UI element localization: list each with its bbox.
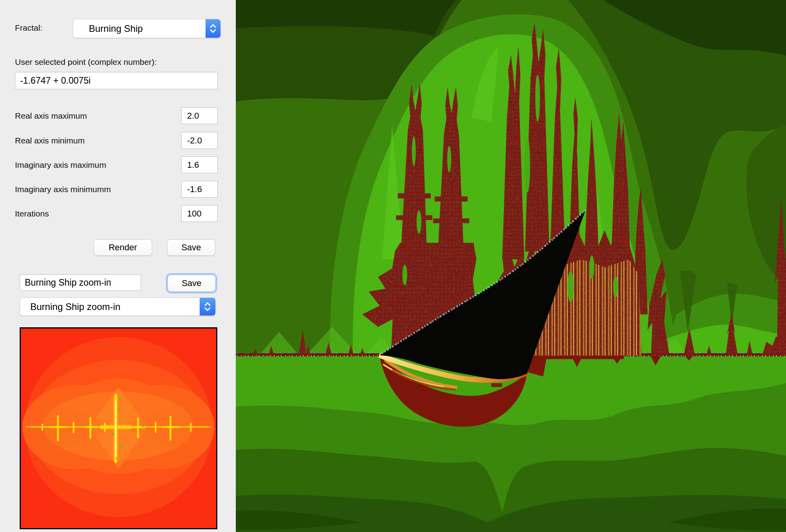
imag-max-input[interactable] [181, 156, 218, 173]
param-label-imag-max: Imaginary axis maximum [15, 160, 106, 170]
saved-render-thumbnail [20, 327, 217, 529]
real-min-input[interactable] [181, 132, 218, 149]
save-button[interactable]: Save [167, 239, 215, 256]
chevron-up-down-icon [200, 298, 215, 316]
param-label-imag-min: Imaginary axis minimumm [15, 185, 111, 194]
point-input[interactable] [15, 72, 218, 89]
iterations-input[interactable] [181, 205, 218, 222]
real-max-input[interactable] [181, 107, 218, 124]
imag-min-input[interactable] [181, 181, 218, 198]
fractal-label: Fractal: [15, 23, 42, 33]
point-label: User selected point (complex number): [15, 57, 157, 67]
chevron-up-down-icon [206, 19, 220, 38]
saved-render-select-value: Burning Ship zoom-in [20, 301, 200, 312]
saved-name-input[interactable] [20, 274, 141, 291]
fractal-app-window: Fractal: Burning Ship User selected poin… [0, 0, 786, 532]
fractal-canvas[interactable] [236, 0, 786, 532]
save-named-button[interactable]: Save [167, 275, 216, 292]
fractal-select[interactable]: Burning Ship [73, 19, 221, 38]
param-label-real-min: Real axis minimum [15, 136, 84, 145]
fractal-select-value: Burning Ship [73, 23, 206, 34]
saved-render-select[interactable]: Burning Ship zoom-in [20, 297, 216, 316]
controls-sidebar: Fractal: Burning Ship User selected poin… [0, 0, 236, 532]
param-label-real-max: Real axis maximum [15, 111, 87, 121]
fractal-sea [236, 356, 786, 532]
render-button[interactable]: Render [94, 239, 152, 256]
param-label-iterations: Iterations [15, 209, 49, 218]
